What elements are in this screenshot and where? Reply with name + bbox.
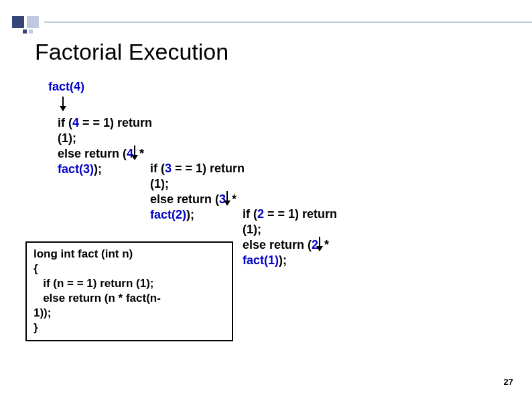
code-line-1: long int fact (int n) [34, 247, 225, 262]
code-definition-box: long int fact (int n) { if (n = = 1) ret… [25, 241, 233, 341]
step3-line2: (1); [243, 222, 377, 237]
header-decoration [12, 16, 532, 28]
small-squares [23, 30, 33, 34]
code-line-3: if (n = = 1) return (1); [34, 276, 225, 291]
slide-title: Factorial Execution [35, 39, 228, 65]
step3-line3: else return (2 * [243, 237, 377, 253]
code-line-2: { [34, 262, 225, 276]
down-arrow-icon [318, 237, 321, 249]
page-number: 27 [504, 377, 513, 387]
code-line-4: else return (n * fact(n- [34, 291, 225, 306]
sq-small-dark [23, 30, 27, 34]
down-arrow-icon [226, 191, 228, 203]
step3-line4: fact(1)); [243, 253, 377, 268]
square-dark [12, 16, 24, 28]
step1-line2: (1); [58, 131, 192, 146]
down-arrow-icon [62, 97, 64, 111]
step1-line3: else return (4 * [58, 146, 192, 162]
step1-line1: if (4 = = 1) return [58, 115, 192, 131]
arrow-1 [62, 97, 64, 115]
code-line-6: } [34, 321, 225, 335]
call-0: fact(4) [48, 79, 84, 95]
step2-line2: (1); [150, 176, 284, 192]
step2-line3: else return (3 * [150, 191, 284, 207]
square-light [27, 16, 39, 28]
code-line-5: 1)); [34, 306, 225, 321]
step3: if (2 = = 1) return (1); else return (2 … [243, 207, 377, 268]
fact4-label: fact(4) [48, 80, 84, 93]
header-line [44, 21, 532, 23]
step2-line1: if (3 = = 1) return [150, 161, 284, 176]
sq-small-light [29, 30, 33, 34]
step3-line1: if (2 = = 1) return [243, 207, 377, 222]
down-arrow-icon [133, 146, 136, 158]
